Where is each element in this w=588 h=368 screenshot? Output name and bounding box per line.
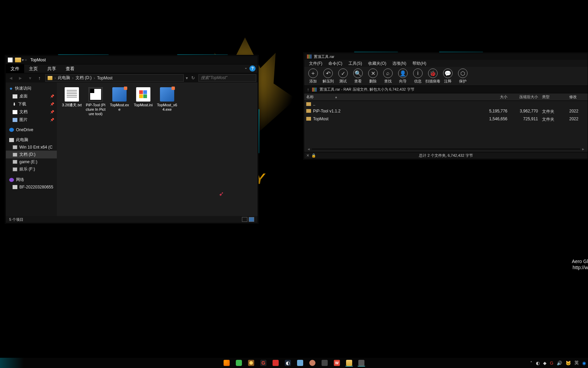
col-modified[interactable]: 修改 xyxy=(567,93,588,101)
taskbar-app[interactable] xyxy=(296,359,304,367)
sidebar-item-documents[interactable]: 文档📌 xyxy=(6,108,57,116)
tool-find[interactable]: ⌕查找 xyxy=(380,68,395,84)
ribbon-tab-file[interactable]: 文件 xyxy=(6,64,24,73)
tray-volume-icon[interactable]: 🔊 xyxy=(557,361,562,366)
col-type[interactable]: 类型 xyxy=(540,93,567,101)
sidebar-this-pc[interactable]: 此电脑 xyxy=(6,136,57,144)
col-name[interactable]: 名称 ▴ xyxy=(304,93,479,101)
tool-test[interactable]: ✓测试 xyxy=(336,68,350,84)
qat-dropdown-icon[interactable]: ▾ xyxy=(22,58,24,62)
taskbar-steam[interactable]: ◐ xyxy=(284,359,292,367)
sidebar-drive-e[interactable]: game (E:) xyxy=(6,158,57,165)
view-large-icons-icon[interactable] xyxy=(249,217,254,222)
taskbar[interactable]: G ◐ W ˄ ◐ ◆ G 🔊 🐱 英 ◉ xyxy=(0,358,588,368)
breadcrumb-item[interactable]: 此电脑 xyxy=(58,75,70,81)
file-item[interactable]: 3.28通天.txt xyxy=(61,87,83,117)
menu-help[interactable]: 帮助(H) xyxy=(410,60,429,67)
menu-options[interactable]: 选项(N) xyxy=(390,60,409,67)
tool-wizard[interactable]: 👤向导 xyxy=(395,68,410,84)
menu-file[interactable]: 文件(F) xyxy=(306,60,325,67)
list-header[interactable]: 名称 ▴ 大小 压缩后大小 类型 修改 xyxy=(304,93,588,101)
tray-steam-icon[interactable]: ◐ xyxy=(536,361,540,366)
app-icon xyxy=(248,360,254,366)
tray-chrome-icon[interactable]: G xyxy=(550,361,553,366)
taskbar-app[interactable] xyxy=(309,359,316,367)
sidebar-drive-c[interactable]: Win 10 Ent x64 (C xyxy=(6,144,57,151)
file-pane[interactable]: 3.28通天.txt PiP-Tool (Picture In Picture … xyxy=(57,82,258,216)
taskbar-firefox[interactable] xyxy=(223,359,230,367)
taskbar-wechat[interactable] xyxy=(235,359,243,367)
up-icon[interactable]: ↑ xyxy=(307,87,309,92)
nav-up-icon[interactable]: ↑ xyxy=(36,74,43,82)
tray-app-icon[interactable]: 🐱 xyxy=(566,361,571,366)
sidebar-item-downloads[interactable]: ⬇下载📌 xyxy=(6,100,57,108)
taskbar-app[interactable] xyxy=(321,359,328,367)
help-icon[interactable]: ? xyxy=(249,65,256,72)
sidebar-drive-f[interactable]: 娱乐 (F:) xyxy=(6,165,57,173)
scroll-left-icon[interactable]: ◄ xyxy=(306,147,312,151)
sidebar-network-pc[interactable]: BF-202203280655 xyxy=(6,184,57,190)
info-icon: i xyxy=(413,68,423,78)
taskbar-app[interactable] xyxy=(358,359,365,367)
menu-commands[interactable]: 命令(C) xyxy=(326,60,345,67)
sidebar-quick-access[interactable]: ★ 快速访问 xyxy=(6,85,57,92)
sidebar-onedrive[interactable]: OneDrive xyxy=(6,126,57,133)
taskbar-app[interactable] xyxy=(272,359,279,367)
sidebar-drive-d[interactable]: 文档 (D:) xyxy=(6,151,57,158)
tool-protect[interactable]: ⬡保护 xyxy=(455,68,470,84)
breadcrumb-item[interactable]: TopMost xyxy=(97,76,112,80)
taskbar-app[interactable] xyxy=(247,359,255,367)
tool-extract[interactable]: ↶解压到 xyxy=(321,68,336,84)
nav-recent-icon[interactable]: ▾ xyxy=(26,74,34,82)
shield-icon: ⬡ xyxy=(458,68,468,78)
list-row[interactable]: TopMost 1,546,656 725,911 文件夹 2022 xyxy=(304,116,588,123)
menu-favorites[interactable]: 收藏夹(O) xyxy=(365,60,389,67)
pin-icon: 📌 xyxy=(50,110,54,114)
ribbon-collapse-icon[interactable]: ⌄ xyxy=(244,65,247,73)
tray-ime[interactable]: 英 xyxy=(574,360,579,366)
tool-view[interactable]: 🔍查看 xyxy=(350,68,365,84)
refresh-icon[interactable]: ↻ xyxy=(191,75,195,80)
address-bar-row: ◄ ► ▾ ↑ › 此电脑 › 文档 (D:) › TopMost ▾ ↻ 搜索… xyxy=(6,73,258,82)
address-dropdown-icon[interactable]: ▾ xyxy=(186,76,188,80)
col-size[interactable]: 大小 xyxy=(479,93,509,101)
folder-icon xyxy=(48,76,52,80)
tool-info[interactable]: i信息 xyxy=(410,68,425,84)
sidebar-item-desktop[interactable]: 桌面📌 xyxy=(6,92,57,100)
file-item[interactable]: TopMost.exe xyxy=(109,87,130,117)
close-panel-icon[interactable]: ✕ xyxy=(306,153,309,158)
lock-icon[interactable]: 🔒 xyxy=(311,153,316,158)
col-packed[interactable]: 压缩后大小 xyxy=(509,93,540,101)
tool-add[interactable]: ＋添加 xyxy=(306,68,321,84)
taskbar-explorer[interactable] xyxy=(345,359,353,367)
file-item[interactable]: TopMost_x64.exe xyxy=(156,87,178,117)
list-row-parent[interactable]: .. xyxy=(304,101,588,108)
file-item[interactable]: TopMost.ini xyxy=(132,87,154,117)
tool-virus-scan[interactable]: 🐞扫描病毒 xyxy=(425,68,440,84)
winrar-titlebar[interactable]: 置顶工具.rar xyxy=(304,53,588,60)
sidebar-network[interactable]: 网络 xyxy=(6,176,57,184)
tool-delete[interactable]: ✕删除 xyxy=(365,68,380,84)
scroll-right-icon[interactable]: ► xyxy=(580,147,586,151)
ribbon-tab-view[interactable]: 查看 xyxy=(61,64,79,73)
qat-sep: = xyxy=(24,58,27,62)
file-item[interactable]: PiP-Tool (Picture In Picture tool) xyxy=(85,87,107,117)
horizontal-scrollbar[interactable]: ◄ ► xyxy=(306,147,586,151)
tool-comment[interactable]: 💬注释 xyxy=(440,68,455,84)
menu-tools[interactable]: 工具(S) xyxy=(346,60,365,67)
search-input[interactable]: 搜索"TopMost" xyxy=(198,74,256,82)
view-details-icon[interactable] xyxy=(242,217,247,222)
taskbar-wps[interactable]: W xyxy=(333,359,341,367)
explorer-titlebar[interactable]: | ▾ = TopMost xyxy=(6,56,258,64)
tray-app-icon[interactable]: ◆ xyxy=(543,361,546,366)
nav-back-icon[interactable]: ◄ xyxy=(7,74,15,82)
breadcrumb-item[interactable]: 文档 (D:) xyxy=(76,75,92,81)
list-row[interactable]: PiP-Tool v1.1.2 5,195,776 3,962,770 文件夹 … xyxy=(304,108,588,116)
ribbon-tab-share[interactable]: 共享 xyxy=(43,64,61,73)
tray-overflow-icon[interactable]: ˄ xyxy=(530,361,533,366)
sidebar-item-pictures[interactable]: 图片📌 xyxy=(6,116,57,124)
ribbon-tab-home[interactable]: 主页 xyxy=(24,64,43,73)
tray-app-icon[interactable]: ◉ xyxy=(582,361,586,366)
taskbar-chrome[interactable]: G xyxy=(260,359,267,367)
address-bar[interactable]: › 此电脑 › 文档 (D:) › TopMost xyxy=(45,74,184,82)
